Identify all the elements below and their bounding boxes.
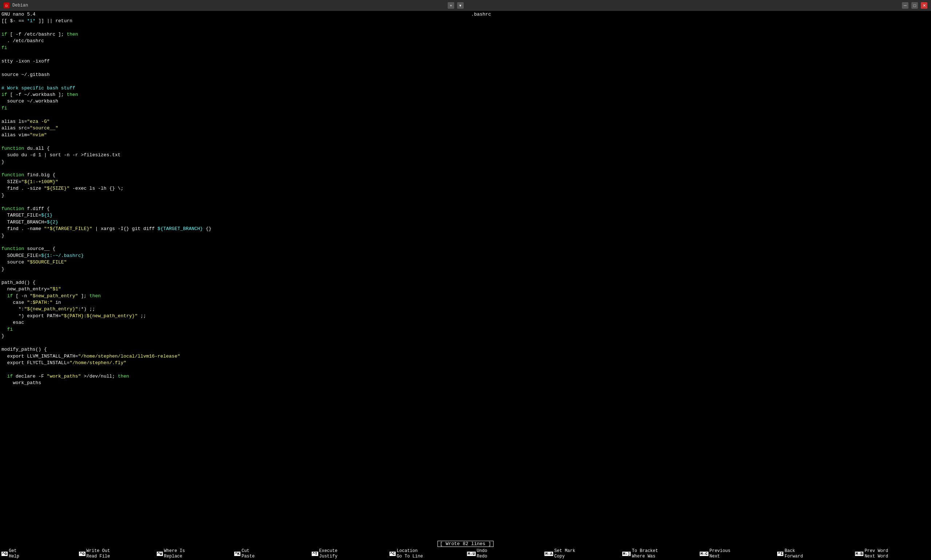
menu-item-prev-word[interactable]: M-B Prev Word Next Word xyxy=(854,548,931,559)
key-to-bracket: M-] xyxy=(622,552,631,556)
titlebar: D Debian + ▾ ─ □ ✕ xyxy=(0,0,931,11)
label-to-bracket: To Bracket Where Was xyxy=(632,548,658,559)
key-undo: M-U xyxy=(467,552,476,556)
key-back: ^I xyxy=(777,552,783,556)
menu-item-help[interactable]: ^G Get Help xyxy=(0,548,77,559)
svg-text:D: D xyxy=(5,4,8,8)
menu-item-to-bracket[interactable]: M-] To Bracket Where Was xyxy=(621,548,698,559)
menu-item-back[interactable]: ^I Back Forward xyxy=(776,548,853,559)
nano-app-name: GNU nano 5.4 xyxy=(2,12,35,17)
menu-item-set-mark[interactable]: M-A Set Mark Copy xyxy=(543,548,620,559)
minimize-button[interactable]: ─ xyxy=(902,2,908,9)
label-previous: Previous Next xyxy=(709,548,731,559)
key-prev-word: M-B xyxy=(855,552,864,556)
key-previous: M-C xyxy=(700,552,708,556)
new-tab-button[interactable]: + xyxy=(448,2,454,9)
menu-item-execute[interactable]: ^T Execute Justify xyxy=(310,548,388,559)
maximize-button[interactable]: □ xyxy=(911,2,918,9)
window-title: Debian xyxy=(12,3,445,8)
status-bar: [ Wrote 82 lines ] xyxy=(0,540,931,547)
label-execute: Execute Justify xyxy=(319,548,338,559)
close-button[interactable]: ✕ xyxy=(921,2,927,9)
menu-item-where-is[interactable]: ^W Where Is Replace xyxy=(155,548,233,559)
key-set-mark: M-A xyxy=(544,552,553,556)
label-get-help: Get Help xyxy=(9,548,19,559)
label-write-out: Write Out Read File xyxy=(86,548,110,559)
key-get-help: ^G xyxy=(2,552,8,556)
editor-area[interactable]: [[ $- == *i* ]] || return if [ -f /etc/b… xyxy=(0,18,931,540)
menu-row: ^G Get Help ^O Write Out Read File ^W Wh… xyxy=(0,548,931,559)
label-cut: Cut Paste xyxy=(242,548,254,559)
key-write-out: ^O xyxy=(79,552,85,556)
label-location: Location Go To Line xyxy=(397,548,423,559)
label-back: Back Forward xyxy=(785,548,803,559)
nano-filename: .bashrc xyxy=(471,12,491,17)
label-prev-word: Prev Word Next Word xyxy=(865,548,888,559)
key-location: ^C xyxy=(390,552,396,556)
status-message: [ Wrote 82 lines ] xyxy=(438,541,493,547)
menu-item-location[interactable]: ^C Location Go To Line xyxy=(388,548,466,559)
dropdown-button[interactable]: ▾ xyxy=(457,2,464,9)
label-undo: Undo Redo xyxy=(477,548,487,559)
label-where-is: Where Is Replace xyxy=(164,548,185,559)
menu-item-previous[interactable]: M-C Previous Next xyxy=(698,548,776,559)
code-content: [[ $- == *i* ]] || return if [ -f /etc/b… xyxy=(2,18,929,387)
menu-item-cut[interactable]: ^K Cut Paste xyxy=(233,548,310,559)
label-set-mark: Set Mark Copy xyxy=(554,548,575,559)
key-cut: ^K xyxy=(234,552,240,556)
nano-header: GNU nano 5.4 .bashrc xyxy=(0,11,931,18)
menu-item-write[interactable]: ^O Write Out Read File xyxy=(77,548,155,559)
key-where-is: ^W xyxy=(157,552,163,556)
app-icon: D xyxy=(4,3,9,8)
bottom-menu: ^G Get Help ^O Write Out Read File ^W Wh… xyxy=(0,547,931,560)
key-execute: ^T xyxy=(312,552,318,556)
menu-item-undo[interactable]: M-U Undo Redo xyxy=(466,548,543,559)
